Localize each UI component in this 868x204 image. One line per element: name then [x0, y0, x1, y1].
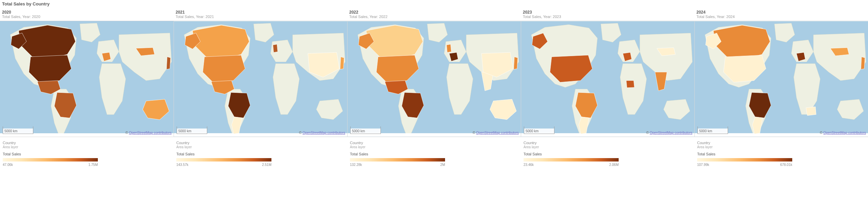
map-panel: 2024Total Sales, Year: 20245000 km© Open… — [694, 10, 868, 171]
map-canvas[interactable]: 5000 km© OpenStreetMap contributors — [347, 21, 521, 137]
panel-subtitle: Total Sales, Year: 2023 — [523, 15, 692, 19]
panel-subtitle: Total Sales, Year: 2020 — [2, 15, 172, 19]
legend-min: 23.46k — [524, 163, 534, 167]
legend-layer-label: Country — [3, 140, 171, 145]
legend-range: 132.28k2M — [350, 163, 445, 167]
world-map[interactable] — [0, 21, 174, 137]
attribution-prefix: © — [125, 131, 129, 135]
legend-min: 47.06k — [3, 163, 13, 167]
map-attribution: © OpenStreetMap contributors — [125, 131, 172, 135]
map-attribution: © OpenStreetMap contributors — [820, 131, 866, 135]
legend: CountryArea layerTotal Sales107.99k678.0… — [694, 137, 868, 171]
world-map[interactable] — [174, 21, 347, 137]
legend-layer-label: Country — [697, 140, 865, 145]
legend-metric: Total Sales — [176, 152, 344, 156]
panel-title: 2021 — [176, 10, 345, 15]
panel-title: 2023 — [523, 10, 692, 15]
panel-header: 2024Total Sales, Year: 2024 — [694, 10, 868, 21]
legend-gradient — [3, 158, 98, 162]
panel-subtitle: Total Sales, Year: 2022 — [349, 15, 519, 19]
scale-bar: 5000 km — [177, 129, 207, 134]
panel-subtitle: Total Sales, Year: 2021 — [176, 15, 345, 19]
legend-max: 2M — [440, 163, 445, 167]
legend-max: 2.51M — [262, 163, 271, 167]
attribution-prefix: © — [646, 131, 650, 135]
report-title: Total Sales by Country — [0, 0, 868, 10]
map-panel: 2023Total Sales, Year: 20235000 km© Open… — [521, 10, 694, 171]
osm-contributors-link[interactable]: OpenStreetMap contributors — [129, 131, 172, 135]
country-shape[interactable] — [446, 44, 451, 52]
legend-gradient — [176, 158, 271, 162]
scale-bar: 5000 km — [350, 129, 381, 134]
map-panel: 2020Total Sales, Year: 20205000 km© Open… — [0, 10, 174, 171]
world-map[interactable] — [348, 21, 521, 137]
world-map[interactable] — [695, 21, 868, 137]
world-map[interactable] — [521, 21, 694, 137]
legend: CountryArea layerTotal Sales143.57k2.51M — [174, 137, 347, 171]
scale-bar: 5000 km — [3, 129, 33, 134]
country-shape[interactable] — [273, 44, 278, 52]
panel-title: 2024 — [696, 10, 866, 15]
attribution-prefix: © — [299, 131, 302, 135]
legend-range: 47.06k1.75M — [3, 163, 98, 167]
legend-area-layer: Area layer — [176, 145, 344, 149]
legend-area-layer: Area layer — [3, 145, 171, 149]
panel-header: 2021Total Sales, Year: 2021 — [174, 10, 347, 21]
legend-range: 107.99k678.01k — [697, 163, 792, 167]
panel-subtitle: Total Sales, Year: 2024 — [696, 15, 866, 19]
map-canvas[interactable]: 5000 km© OpenStreetMap contributors — [0, 21, 174, 137]
map-attribution: © OpenStreetMap contributors — [299, 131, 345, 135]
legend: CountryArea layerTotal Sales47.06k1.75M — [0, 137, 174, 171]
legend: CountryArea layerTotal Sales132.28k2M — [347, 137, 521, 171]
country-shape[interactable] — [514, 57, 518, 69]
legend-max: 678.01k — [780, 163, 792, 167]
map-canvas[interactable]: 5000 km© OpenStreetMap contributors — [694, 21, 868, 137]
map-panel: 2021Total Sales, Year: 20215000 km© Open… — [174, 10, 347, 171]
map-attribution: © OpenStreetMap contributors — [646, 131, 692, 135]
map-panel: 2022Total Sales, Year: 20225000 km© Open… — [347, 10, 521, 171]
map-canvas[interactable]: 5000 km© OpenStreetMap contributors — [174, 21, 347, 137]
map-panels: 2020Total Sales, Year: 20205000 km© Open… — [0, 10, 868, 171]
report: Total Sales by Country 2020Total Sales, … — [0, 0, 868, 171]
osm-contributors-link[interactable]: OpenStreetMap contributors — [476, 131, 519, 135]
legend-metric: Total Sales — [697, 152, 865, 156]
panel-title: 2022 — [349, 10, 519, 15]
legend-metric: Total Sales — [524, 152, 692, 156]
legend-max: 2.06M — [609, 163, 619, 167]
country-shape[interactable] — [861, 57, 865, 69]
map-attribution: © OpenStreetMap contributors — [473, 131, 519, 135]
legend: CountryArea layerTotal Sales23.46k2.06M — [521, 137, 694, 171]
legend-area-layer: Area layer — [524, 145, 692, 149]
country-shape[interactable] — [626, 81, 634, 88]
legend-min: 107.99k — [697, 163, 709, 167]
country-shape[interactable] — [166, 57, 171, 69]
osm-contributors-link[interactable]: OpenStreetMap contributors — [823, 131, 866, 135]
scale-bar: 5000 km — [524, 129, 554, 134]
legend-max: 1.75M — [88, 163, 98, 167]
panel-header: 2022Total Sales, Year: 2022 — [347, 10, 521, 21]
legend-min: 132.28k — [350, 163, 362, 167]
osm-contributors-link[interactable]: OpenStreetMap contributors — [650, 131, 692, 135]
attribution-prefix: © — [820, 131, 823, 135]
panel-header: 2020Total Sales, Year: 2020 — [0, 10, 174, 21]
attribution-prefix: © — [473, 131, 476, 135]
legend-min: 143.57k — [176, 163, 189, 167]
legend-gradient — [350, 158, 445, 162]
legend-metric: Total Sales — [3, 152, 171, 156]
legend-gradient — [697, 158, 792, 162]
country-shape[interactable] — [340, 57, 344, 69]
country-shape[interactable] — [806, 107, 816, 116]
legend-layer-label: Country — [524, 140, 692, 145]
panel-title: 2020 — [2, 10, 172, 15]
panel-header: 2023Total Sales, Year: 2023 — [521, 10, 694, 21]
osm-contributors-link[interactable]: OpenStreetMap contributors — [302, 131, 345, 135]
legend-area-layer: Area layer — [697, 145, 865, 149]
map-canvas[interactable]: 5000 km© OpenStreetMap contributors — [521, 21, 694, 137]
legend-range: 23.46k2.06M — [524, 163, 619, 167]
legend-range: 143.57k2.51M — [176, 163, 271, 167]
legend-layer-label: Country — [176, 140, 344, 145]
legend-layer-label: Country — [350, 140, 518, 145]
legend-area-layer: Area layer — [350, 145, 518, 149]
scale-bar: 5000 km — [697, 129, 728, 134]
legend-metric: Total Sales — [350, 152, 518, 156]
